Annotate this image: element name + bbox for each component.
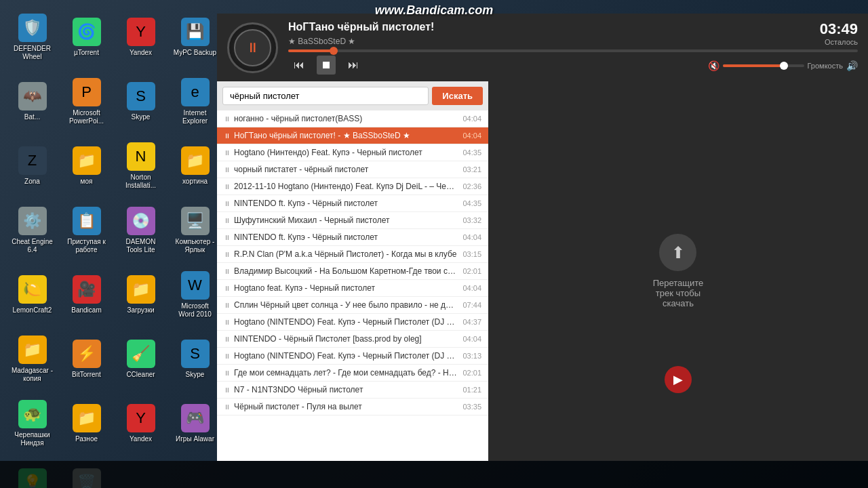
stop-button[interactable]: ⏹ — [317, 56, 336, 75]
desktop-icon-bittorrent[interactable]: ⚡BitTorrent — [61, 329, 112, 390]
track-item-name: НоГТано чёрный пистолет! - ★ BaSSboSteD … — [234, 131, 457, 140]
skype1-icon-label: Skype — [132, 113, 151, 121]
desktop-icon-ie[interactable]: eInternet Explorer — [170, 71, 220, 132]
desktop-icon-daemontools[interactable]: 💿DAEMON Tools Lite — [115, 200, 166, 261]
download-area: ⬆ Перетащитетрек чтобыскачать — [653, 234, 704, 308]
track-item-name: Чёрный пистолет - Пуля на вылет — [234, 402, 457, 411]
track-pause-icon: ⏸ — [224, 302, 231, 309]
desktop-icon-ccleaner[interactable]: 🧹CCleaner — [115, 329, 166, 390]
igry-icon-label: Игры Alawar — [176, 435, 214, 443]
lemoncraft-icon-label: LemonCraft2 — [13, 306, 52, 314]
norton-icon-label: Norton Installati... — [119, 174, 163, 190]
track-pause-icon: ⏸ — [224, 336, 231, 343]
track-list-item[interactable]: ⏸чорный пистатет - чёрный пистолет03:21 — [217, 161, 488, 178]
desktop-icon-pristupayk[interactable]: 📋Приступая к работе — [61, 200, 112, 261]
next-button[interactable]: ⏭ — [342, 56, 364, 74]
track-list-item[interactable]: ⏸Где мои семнадцать лет? - Где мои семна… — [217, 365, 488, 382]
track-list-item[interactable]: ⏸N7 - N1NT3NDO Чёрный пистолет01:21 — [217, 382, 488, 399]
desktop-icon-yandex[interactable]: YYandex — [115, 7, 166, 68]
pause-button[interactable]: ⏸ — [234, 29, 271, 66]
track-list-item[interactable]: ⏸Владимир Высоцкий - На Большом Каретном… — [217, 263, 488, 280]
track-list-item[interactable]: ⏸Ноgtano (NINTENDO) Feat. Купэ - Черный … — [217, 348, 488, 365]
desktop-icon-msword[interactable]: WMicrosoft Word 2010 — [170, 264, 220, 325]
prev-button[interactable]: ⏮ — [288, 56, 310, 74]
track-item-duration: 07:44 — [462, 301, 481, 309]
track-item-name: Где мои семнадцать лет? - Где мои семнад… — [234, 368, 457, 378]
search-button[interactable]: Искать — [432, 87, 483, 105]
track-item-duration: 04:04 — [462, 233, 481, 241]
progress-bar[interactable] — [288, 49, 858, 52]
search-input[interactable] — [222, 87, 429, 105]
track-item-duration: 02:36 — [462, 182, 481, 190]
desktop-icon-utorrent[interactable]: 🌀µTorrent — [61, 7, 112, 68]
track-item-name: Сплин Чёрный цвет солнца - У нее было пр… — [234, 300, 457, 310]
track-list-item[interactable]: ⏸Шуфутинский Михаил - Черный пистолет03:… — [217, 212, 488, 229]
desktop-icon-bat[interactable]: 🦇Bat... — [7, 71, 58, 132]
desktop-icon-moya[interactable]: 📁моя — [61, 136, 112, 197]
track-list-item[interactable]: ⏸Ноgtano (NINTENDO) Feat. Купэ - Черный … — [217, 314, 488, 331]
track-pause-icon: ⏸ — [224, 369, 231, 377]
track-list-item[interactable]: ⏸Чёрный пистолет - Пуля на вылет03:35 — [217, 399, 488, 415]
track-item-duration: 04:04 — [462, 115, 481, 123]
desktop-icon-lemoncraft[interactable]: 🍋LemonCraft2 — [7, 264, 58, 325]
desktop-icon-komputer[interactable]: 🖥️Компьютер - Ярлык — [170, 200, 220, 261]
track-item-duration: 02:01 — [462, 267, 481, 275]
track-item-duration: 04:04 — [462, 131, 481, 140]
track-pause-icon: ⏸ — [224, 268, 231, 275]
volume-mute-icon[interactable]: 🔇 — [708, 60, 719, 71]
ie-icon-label: Internet Explorer — [173, 109, 217, 125]
desktop-icon-bandicam[interactable]: 🎥Bandicam — [61, 264, 112, 325]
track-pause-icon: ⏸ — [224, 217, 231, 224]
desktop-icon-powerpoint[interactable]: PMicrosoft PowerPoi... — [61, 71, 112, 132]
track-item-name: Ноgtano feat. Купэ - Черный пистолет — [234, 283, 457, 293]
track-pause-icon: ⏸ — [224, 403, 231, 411]
desktop-icon-defender[interactable]: 🛡️DEFENDER Wheel — [7, 7, 58, 68]
player-window: ⏸ НоГТано чёрный пистолет! ★ BaSSboSteD … — [217, 14, 868, 461]
utorrent-icon-label: µTorrent — [74, 49, 99, 57]
track-item-name: NINTENDO - Чёрный Пистолет [bass.prod by… — [234, 334, 457, 344]
track-pause-icon: ⏸ — [224, 386, 231, 394]
track-item-name: Владимир Высоцкий - На Большом Каретном-… — [234, 266, 457, 276]
track-list-item[interactable]: ⏸NINTENDO ft. Купэ - Чёрный пистолет04:3… — [217, 195, 488, 212]
yandex2-icon-img: Y — [127, 404, 155, 432]
desktop-icon-mypc[interactable]: 💾MyPC Backup — [170, 7, 220, 68]
desktop-icon-igry[interactable]: 🎮Игры Alawar — [170, 393, 220, 454]
track-list-item[interactable]: ⏸ноганно - чёрный пистолет(BASS)04:04 — [217, 110, 488, 127]
track-item-duration: 04:37 — [462, 318, 481, 326]
desktop-icon-zona[interactable]: ZZona — [7, 136, 58, 197]
yandex-icon-img: Y — [127, 18, 155, 46]
desktop-icon-raznoe[interactable]: 📁Разное — [61, 393, 112, 454]
track-list-item[interactable]: ⏸НоГТано чёрный пистолет! - ★ BaSSboSteD… — [217, 127, 488, 144]
desktop-icon-cheatengine[interactable]: ⚙️Cheat Engine 6.4 — [7, 200, 58, 261]
volume-up-icon[interactable]: 🔊 — [846, 60, 858, 71]
track-pause-icon: ⏸ — [224, 115, 231, 123]
track-list-item[interactable]: ⏸Сплин Чёрный цвет солнца - У нее было п… — [217, 297, 488, 314]
pause-icon: ⏸ — [246, 40, 260, 56]
cheatengine-icon-img: ⚙️ — [18, 207, 47, 235]
desktop-icon-skype1[interactable]: SSkype — [115, 71, 166, 132]
track-list-item[interactable]: ⏸Ноgtano feat. Купэ - Черный пистолет04:… — [217, 280, 488, 297]
madagascar-icon-img: 📁 — [18, 336, 47, 364]
track-list-item[interactable]: ⏸NINTENDO - Чёрный Пистолет [bass.prod b… — [217, 331, 488, 348]
track-list-item[interactable]: ⏸Ноgtano (Нинтендо) Feat. Купэ - Черный … — [217, 144, 488, 161]
desktop-icon-skype2[interactable]: SSkype — [170, 329, 220, 390]
track-list-item[interactable]: ⏸NINTENDO ft. Купэ - Чёрный пистолет04:0… — [217, 229, 488, 246]
track-item-name: 2012-11-10 Ноgtano (Нинтендо) Feat. Купэ… — [234, 182, 457, 191]
track-item-duration: 03:32 — [462, 216, 481, 224]
desktop-icon-yandex2[interactable]: YYandex — [115, 393, 166, 454]
volume-bar[interactable] — [723, 64, 804, 67]
track-list[interactable]: ⏸ноганно - чёрный пистолет(BASS)04:04⏸Но… — [217, 110, 488, 461]
desktop-icon-cherepashki[interactable]: 🐢Черепашки Ниндзя — [7, 393, 58, 454]
desktop-icon-norton[interactable]: NNorton Installati... — [115, 136, 166, 197]
progress-thumb — [330, 47, 338, 55]
zona-icon-label: Zona — [24, 178, 40, 186]
track-list-item[interactable]: ⏸2012-11-10 Ноgtano (Нинтендо) Feat. Куп… — [217, 178, 488, 195]
desktop-icon-madagascar[interactable]: 📁Madagascar - копия — [7, 329, 58, 390]
desktop-icon-hortina[interactable]: 📁хортина — [170, 136, 220, 197]
mouse-cursor-indicator: ▶ — [665, 366, 692, 393]
volume-section: 🔇 Громкость 🔊 — [708, 60, 858, 71]
track-list-item[interactable]: ⏸R.P.N Clan (P'M a.k.a Чёрный Пистолет) … — [217, 246, 488, 263]
track-artist: ★ BaSSboSteD ★ — [288, 37, 858, 46]
desktop-icon-zagruzki[interactable]: 📁Загрузки — [115, 264, 166, 325]
track-item-duration: 04:35 — [462, 148, 481, 157]
